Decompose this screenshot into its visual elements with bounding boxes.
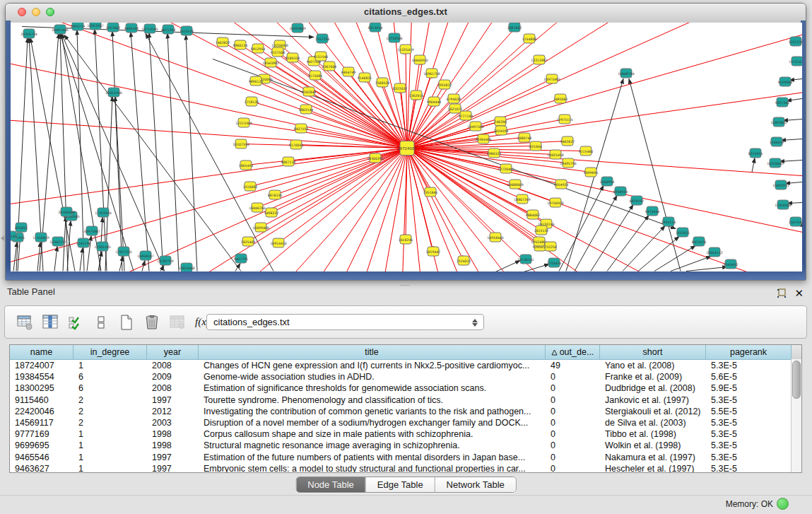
tab-edge-table[interactable]: Edge Table [365, 477, 435, 492]
delete-table-button[interactable] [167, 313, 187, 332]
table-mode-button[interactable] [15, 313, 34, 332]
column-header-in-degree[interactable]: in_degree [73, 345, 147, 359]
graph-edge[interactable] [131, 33, 149, 271]
graph-edge[interactable] [252, 102, 407, 148]
table-cell[interactable]: 2009 [147, 371, 199, 382]
scrollbar-thumb[interactable] [792, 361, 801, 399]
table-cell[interactable]: 1 [73, 440, 147, 451]
create-column-button[interactable] [117, 313, 136, 332]
graph-edge[interactable] [591, 205, 633, 271]
table-cell[interactable]: 6 [73, 371, 147, 382]
table-cell[interactable]: Stergiakouli et al. (2012) [600, 406, 706, 417]
graph-edge[interactable] [278, 148, 407, 243]
table-row[interactable]: 977716911998Corpus callosum shape and si… [10, 428, 801, 440]
table-cell[interactable]: 5.3E-5 [706, 417, 792, 428]
table-cell[interactable]: 2003 [147, 417, 199, 428]
table-cell[interactable]: 2 [73, 395, 147, 406]
table-cell[interactable]: 0 [546, 440, 600, 451]
table-cell[interactable]: 0 [546, 406, 600, 417]
row-height-button[interactable] [91, 313, 110, 332]
table-cell[interactable]: Nakamura et al. (1997) [600, 452, 706, 463]
column-header-name[interactable]: name [10, 345, 73, 359]
table-cell[interactable]: Structural magnetic resonance image aver… [199, 440, 546, 451]
table-cell[interactable]: 9463627 [10, 463, 73, 473]
column-header-out-degree[interactable]: out_de... [546, 345, 600, 359]
table-cell[interactable]: 1 [73, 360, 147, 371]
table-cell[interactable]: 5.3E-5 [706, 395, 792, 406]
table-scrollbar[interactable] [791, 359, 801, 472]
graph-edge[interactable] [524, 264, 549, 272]
table-cell[interactable]: Dudbridge et al. (2008) [600, 382, 706, 394]
table-cell[interactable]: 9777169 [10, 428, 73, 440]
table-cell[interactable]: Yano et al. (2008) [600, 360, 706, 371]
table-cell[interactable]: 22420046 [10, 406, 73, 417]
table-cell[interactable]: 2008 [147, 382, 199, 394]
table-cell[interactable]: 6 [73, 382, 147, 394]
graph-edge[interactable] [407, 148, 546, 224]
column-header-year[interactable]: year [147, 345, 199, 359]
network-selector[interactable]: citations_edges.txt [206, 314, 484, 330]
graph-edge[interactable] [146, 34, 273, 271]
table-cell[interactable]: 5.5E-5 [706, 406, 792, 417]
graph-edge[interactable] [559, 186, 604, 271]
table-cell[interactable]: Estimation of significance thresholds fo… [199, 382, 546, 394]
table-row[interactable]: 946362711997Embryonic stem cells: a mode… [10, 463, 801, 473]
graph-edge[interactable] [575, 196, 617, 271]
table-cell[interactable]: 9465546 [10, 452, 73, 463]
table-cell[interactable]: 1997 [147, 463, 199, 473]
table-cell[interactable]: 0 [546, 452, 600, 463]
select-columns-button[interactable] [66, 313, 85, 332]
table-cell[interactable]: Tourette syndrome. Phenomenology and cla… [199, 395, 546, 406]
table-cell[interactable]: 14569117 [10, 417, 73, 428]
graph-edge[interactable] [167, 34, 179, 271]
table-cell[interactable]: 19384554 [10, 371, 73, 382]
table-cell[interactable]: 0 [546, 371, 600, 382]
table-row[interactable]: 1830029562008Estimation of significance … [10, 382, 801, 394]
table-cell[interactable]: 2012 [147, 406, 199, 417]
graph-edge[interactable] [264, 79, 407, 148]
table-row[interactable]: 946554611997Estimation of the future num… [10, 452, 801, 463]
graph-edge[interactable] [186, 35, 197, 271]
table-cell[interactable]: 0 [546, 395, 600, 406]
table-cell[interactable]: 5.6E-5 [706, 371, 792, 382]
table-cell[interactable]: 1997 [147, 452, 199, 463]
graph-edge[interactable] [115, 97, 124, 271]
table-cell[interactable]: 1998 [147, 440, 199, 451]
table-cell[interactable]: 2 [73, 417, 147, 428]
graph-edge[interactable] [623, 226, 665, 271]
table-cell[interactable]: 18300295 [10, 382, 73, 394]
table-cell[interactable]: 5.3E-5 [706, 360, 792, 371]
table-row[interactable]: 1456911722003Disruption of a novel membe… [10, 417, 801, 428]
table-cell[interactable]: Wolkin et al. (1998) [600, 440, 706, 451]
table-cell[interactable]: Corpus callosum shape and size in male p… [199, 428, 546, 440]
column-header-short[interactable]: short [600, 345, 706, 359]
table-cell[interactable]: 2 [73, 406, 147, 417]
network-view-window[interactable]: citations_edges.txt 24355724206914062093… [5, 3, 806, 281]
table-cell[interactable]: 2008 [147, 360, 199, 371]
float-panel-icon[interactable] [777, 288, 787, 298]
graph-edge[interactable] [61, 34, 165, 271]
graph-edge[interactable] [638, 237, 679, 271]
panel-splitter-handle[interactable] [400, 281, 410, 286]
graph-edge[interactable] [80, 248, 83, 271]
graph-edge[interactable] [686, 267, 727, 271]
table-cell[interactable]: Changes of HCN gene expression and I(f) … [199, 360, 546, 371]
graph-edge[interactable] [60, 34, 68, 271]
graph-edge[interactable] [54, 247, 57, 271]
table-row[interactable]: 969969511998Structural magnetic resonanc… [10, 440, 801, 451]
graph-edge[interactable] [112, 32, 122, 271]
tab-network-table[interactable]: Network Table [435, 477, 516, 492]
network-window-titlebar[interactable]: citations_edges.txt [6, 4, 806, 21]
table-row[interactable]: 1872400712008Changes of HCN gene express… [10, 360, 801, 371]
table-cell[interactable]: 18724007 [10, 360, 73, 371]
graph-edge[interactable] [781, 139, 802, 141]
table-cell[interactable]: Genome-wide association studies in ADHD. [199, 371, 546, 382]
table-cell[interactable]: 49 [546, 360, 600, 371]
table-cell[interactable]: 1 [73, 463, 147, 473]
table-cell[interactable]: 9115460 [10, 395, 73, 406]
table-row[interactable]: 2242004622012Investigating the contribut… [10, 406, 801, 417]
table-cell[interactable]: Tibbo et al. (1998) [600, 428, 706, 440]
table-cell[interactable]: 0 [546, 417, 600, 428]
table-cell[interactable]: 5.3E-5 [706, 440, 792, 451]
graph-edge[interactable] [406, 49, 407, 148]
